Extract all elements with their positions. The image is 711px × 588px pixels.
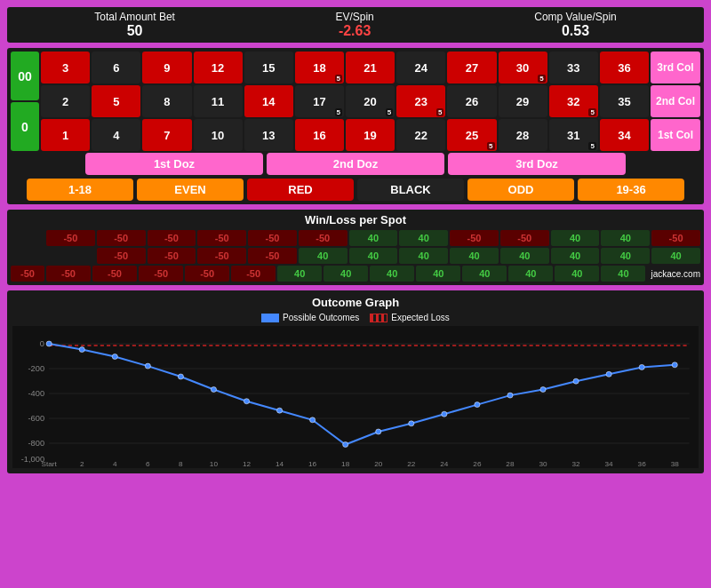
number-cell-26[interactable]: 26 [447, 85, 496, 117]
wl-cell-0-6: 40 [349, 230, 398, 246]
number-cell-29[interactable]: 29 [499, 85, 547, 117]
first-dozen-btn[interactable]: 1st Doz [85, 153, 263, 175]
col-label-2nd[interactable]: 2nd Col [651, 85, 700, 117]
winloss-row-2: -50-50-50-50-50-504040404040404040jackac… [11, 266, 700, 282]
wl-cell-2-0: -50 [46, 266, 91, 282]
high-btn[interactable]: 19-36 [578, 179, 684, 201]
number-cell-15[interactable]: 15 [244, 52, 293, 83]
wl-cell-2-10: 40 [508, 266, 553, 282]
number-cell-28[interactable]: 28 [499, 119, 547, 151]
dozen-row: 1st Doz 2nd Doz 3rd Doz [11, 153, 700, 175]
number-cell-1[interactable]: 1 [41, 119, 90, 151]
svg-point-36 [145, 363, 150, 369]
expected-loss-icon [370, 314, 387, 322]
svg-text:14: 14 [276, 460, 284, 468]
wl-cell-2-5: 40 [277, 266, 322, 282]
wl-cell-0-0: -50 [46, 230, 95, 246]
svg-text:18: 18 [341, 460, 350, 468]
number-cell-17[interactable]: 175 [295, 85, 344, 117]
number-cell-8[interactable]: 8 [142, 85, 191, 117]
number-cell-24[interactable]: 24 [396, 52, 445, 83]
number-cell-19[interactable]: 19 [346, 119, 395, 151]
svg-rect-0 [12, 326, 699, 468]
wl-cell-1-0 [46, 253, 95, 258]
number-cell-25[interactable]: 255 [447, 119, 496, 151]
svg-point-37 [178, 374, 183, 379]
wl-cell-1-12: 40 [651, 248, 700, 264]
svg-point-38 [211, 387, 216, 393]
roulette-board: 00 0 36912151852124273053336258111417520… [7, 48, 704, 204]
number-cell-34[interactable]: 34 [600, 119, 649, 151]
possible-outcomes-legend: Possible Outcomes [261, 313, 359, 322]
number-cell-4[interactable]: 4 [92, 119, 140, 151]
svg-text:12: 12 [243, 460, 252, 468]
number-cell-30[interactable]: 305 [499, 52, 547, 83]
ev-label: EV/Spin [335, 11, 373, 23]
winloss-section: Win/Loss per Spot -50-50-50-50-50-504040… [7, 210, 704, 285]
svg-text:Start: Start [41, 460, 57, 468]
odd-btn[interactable]: ODD [467, 179, 574, 201]
number-cell-7[interactable]: 7 [142, 119, 191, 151]
red-btn[interactable]: RED [247, 179, 354, 201]
svg-point-41 [310, 417, 316, 423]
wl-cell-1-4: -50 [248, 248, 297, 264]
second-dozen-btn[interactable]: 2nd Doz [267, 153, 444, 175]
svg-text:24: 24 [440, 460, 449, 468]
svg-text:32: 32 [571, 460, 580, 468]
number-cell-35[interactable]: 35 [600, 85, 649, 117]
number-cell-23[interactable]: 235 [396, 85, 445, 117]
zero[interactable]: 0 [11, 102, 39, 151]
number-cell-33[interactable]: 33 [549, 52, 598, 83]
svg-text:38: 38 [671, 460, 680, 468]
wl-cell-1-3: -50 [197, 248, 246, 264]
number-cell-12[interactable]: 12 [194, 52, 243, 83]
even-btn[interactable]: EVEN [137, 179, 244, 201]
number-cell-21[interactable]: 21 [346, 52, 395, 83]
number-cell-11[interactable]: 11 [194, 85, 243, 117]
number-cell-18[interactable]: 185 [295, 52, 344, 83]
outside-row: 1-18 EVEN RED BLACK ODD 19-36 [11, 179, 700, 201]
number-cell-36[interactable]: 36 [600, 52, 649, 83]
svg-text:-400: -400 [28, 389, 44, 398]
number-cell-32[interactable]: 325 [549, 85, 598, 117]
col-labels: 3rd Col 2nd Col 1st Col [651, 52, 700, 151]
col-label-3rd[interactable]: 3rd Col [651, 52, 700, 83]
wl-cell-1-6: 40 [349, 248, 398, 264]
number-cell-16[interactable]: 16 [295, 119, 344, 151]
wl-cell-1-8: 40 [450, 248, 499, 264]
number-cell-2[interactable]: 2 [41, 85, 90, 117]
number-cell-6[interactable]: 6 [92, 52, 140, 83]
ev-stat: EV/Spin -2.63 [335, 11, 373, 39]
number-cell-5[interactable]: 5 [92, 85, 140, 117]
number-cell-31[interactable]: 315 [549, 119, 598, 151]
svg-text:4: 4 [113, 460, 117, 468]
number-cell-9[interactable]: 9 [142, 52, 191, 83]
number-cell-10[interactable]: 10 [194, 119, 243, 151]
wl-cell-0-10: 40 [551, 230, 600, 246]
wl-side-empty [11, 235, 44, 241]
graph-legend: Possible Outcomes Expected Loss [12, 313, 699, 322]
comp-label: Comp Value/Spin [534, 11, 617, 23]
outside-bets: 1st Doz 2nd Doz 3rd Doz 1-18 EVEN RED BL… [11, 153, 700, 201]
number-cell-20[interactable]: 205 [346, 85, 395, 117]
number-cell-27[interactable]: 27 [447, 52, 496, 83]
wl-cell-1-1: -50 [97, 248, 146, 264]
number-cell-13[interactable]: 13 [244, 119, 293, 151]
svg-point-49 [573, 378, 579, 384]
winloss-row-1: -50-50-50-504040404040404040 [11, 248, 700, 264]
wl-cell-0-2: -50 [148, 230, 196, 246]
double-zero[interactable]: 00 [11, 52, 39, 100]
wl-cell-2-2: -50 [139, 266, 183, 282]
col-label-1st[interactable]: 1st Col [651, 119, 700, 151]
number-cell-22[interactable]: 22 [396, 119, 445, 151]
svg-text:2: 2 [80, 460, 84, 468]
third-dozen-btn[interactable]: 3rd Doz [448, 153, 626, 175]
svg-point-45 [442, 411, 447, 417]
svg-point-33 [46, 341, 52, 346]
black-btn[interactable]: BLACK [357, 179, 464, 201]
low-btn[interactable]: 1-18 [27, 179, 133, 201]
total-bet-value: 50 [94, 23, 175, 39]
svg-point-44 [409, 421, 414, 426]
number-cell-3[interactable]: 3 [41, 52, 90, 83]
number-cell-14[interactable]: 14 [244, 85, 293, 117]
